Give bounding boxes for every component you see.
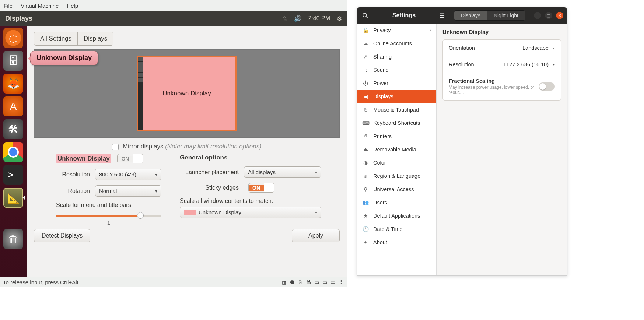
gnome-sidebar: 🔒Privacy›☁Online Accounts↗Sharing♫Sound⏻… [357,24,437,275]
guest-title: Displays [5,15,32,22]
sidebar-label: Region & Language [373,173,420,179]
resolution-label: Resolution [449,61,474,67]
sidebar-item-universal-access[interactable]: ⚲Universal Access [357,183,436,196]
sidebar-item-region-language[interactable]: ⊕Region & Language [357,169,436,183]
sidebar-item-about[interactable]: ✦About [357,236,436,249]
launcher-terminal[interactable]: >_ [3,165,23,185]
sidebar-item-default-applications[interactable]: ★Default Applications [357,209,436,222]
gear-icon[interactable]: ⚙ [337,15,342,22]
minimize-button[interactable]: — [534,12,541,19]
sidebar-item-privacy[interactable]: 🔒Privacy› [357,24,436,37]
chevron-right-icon: › [430,28,431,33]
launcher-files[interactable]: 🗄 [3,51,23,71]
maximize-button[interactable]: ▢ [545,12,552,19]
apply-button[interactable]: Apply [292,229,340,242]
fractional-label: Fractional Scaling [449,78,539,84]
sidebar-icon: ☁ [362,41,369,46]
sidebar-item-date-time[interactable]: 🕘Date & Time [357,222,436,236]
launcher-software[interactable]: A [3,96,23,116]
sidebar-icon: ★ [362,213,369,219]
tray-icon[interactable]: ▭ [313,279,320,285]
vm-statusbar: To release input, press Ctrl+Alt ▦ ⬣ ⎘ 🖶… [0,277,347,287]
sidebar-item-removable-media[interactable]: ⏏Removable Media [357,143,436,156]
tray-icon[interactable]: ⎘ [297,279,304,285]
sidebar-item-sharing[interactable]: ↗Sharing [357,50,436,63]
launcher-settings[interactable]: 🛠 [3,119,23,139]
tray-icon[interactable]: 🖶 [305,279,312,285]
menu-help[interactable]: Help [67,3,78,9]
clock[interactable]: 2:40 PM [308,15,330,22]
launcher-trash[interactable]: 🗑 [3,229,23,249]
display-options-col: Unknown Display ON Resolution 800 x 600 … [56,154,161,222]
menu-virtualmachine[interactable]: Virtual Machine [21,3,59,9]
close-button[interactable]: ✕ [556,12,563,19]
display-preview-label: Unknown Display [162,90,211,97]
detect-displays-button[interactable]: Detect Displays [34,229,90,242]
sidebar-item-mouse-touchpad[interactable]: 🖱Mouse & Touchpad [357,103,436,116]
tray-icon[interactable]: ▭ [329,279,336,285]
network-icon[interactable]: ⇅ [283,15,287,22]
tab-night-light[interactable]: Night Light [487,11,525,20]
resolution-select[interactable]: 800 x 600 (4:3) [95,169,161,180]
sidebar-icon: ♫ [362,67,369,73]
fractional-scaling-toggle[interactable] [539,82,555,91]
sidebar-item-online-accounts[interactable]: ☁Online Accounts [357,37,436,50]
volume-icon[interactable]: 🔊 [294,15,301,22]
launcher-placement-label: Launcher placement [180,169,239,176]
sidebar-icon: ◑ [362,160,369,166]
sidebar-item-power[interactable]: ⏻Power [357,77,436,90]
scale-all-label: Scale all window contents to match: [180,198,321,204]
hamburger-button[interactable]: ☰ [435,7,449,24]
sidebar-item-sound[interactable]: ♫Sound [357,63,436,77]
launcher-firefox[interactable]: 🦊 [3,74,23,94]
mirror-checkbox[interactable] [112,144,119,150]
crumb-all-settings[interactable]: All Settings [34,32,77,45]
tray-icon[interactable]: ▭ [321,279,328,285]
resolution-label: Resolution [56,171,90,178]
resolution-row[interactable]: Resolution 1127 × 686 (16:10) [443,56,561,73]
display-swatch-icon [184,210,196,215]
sidebar-item-users[interactable]: 👥Users [357,196,436,209]
sidebar-label: Users [373,200,387,205]
crumb-displays[interactable]: Displays [77,32,113,45]
general-options-heading: General options [180,154,227,161]
sidebar-label: Removable Media [373,147,416,152]
guest-titlebar: Displays ⇅ 🔊 2:40 PM ⚙ [0,11,347,26]
launcher-dash[interactable]: ◌ [3,28,23,48]
scale-all-select[interactable]: Unknown Display [180,207,321,218]
sidebar-icon: ✦ [362,239,369,245]
scale-slider[interactable]: 1 [56,211,161,222]
orientation-row[interactable]: Orientation Landscape [443,40,561,56]
sticky-edges-toggle[interactable]: ON [248,183,274,193]
sidebar-item-displays[interactable]: ▣Displays [357,90,436,103]
tray-icon[interactable]: ⠿ [337,279,344,285]
sidebar-item-keyboard-shortcuts[interactable]: ⌨Keyboard Shortcuts [357,116,436,130]
sidebar-icon: ⏏ [362,147,369,152]
orientation-value: Landscape [522,45,555,51]
sidebar-item-printers[interactable]: ⎙Printers [357,130,436,143]
guest-desktop: ◌ 🗄 🦊 A 🛠 >_ 📐 🗑 Displays Unknown Displa… [0,26,347,287]
rotation-select[interactable]: Normal [95,185,161,197]
sidebar-icon: 🕘 [362,226,369,232]
sticky-edges-label: Sticky edges [180,184,239,191]
sidebar-label: Keyboard Shortcuts [373,120,420,126]
vm-window: File Virtual Machine Help Displays ⇅ 🔊 2… [0,0,347,287]
sidebar-item-color[interactable]: ◑Color [357,156,436,169]
launcher-screenshot[interactable]: 📐 [3,188,23,208]
scale-value: 1 [107,219,110,226]
general-options-col: General options Launcher placement All d… [180,154,321,222]
sidebar-icon: 🖱 [362,107,369,113]
launcher-chrome[interactable] [3,142,23,162]
display-enabled-toggle[interactable]: ON [117,154,143,163]
display-preview-monitor[interactable]: Unknown Display [137,56,237,131]
menu-file[interactable]: File [4,3,13,9]
sidebar-label: Sharing [373,54,392,60]
tray-icon[interactable]: ⬣ [289,279,295,285]
sidebar-icon: 👥 [362,200,369,205]
search-button[interactable] [357,7,373,24]
mirror-label: Mirror displays [123,143,164,150]
tray-icon[interactable]: ▦ [281,279,287,285]
tab-displays[interactable]: Displays [454,11,487,20]
gnome-settings-window: Settings ☰ Displays Night Light — ▢ ✕ 🔒P… [357,7,567,276]
launcher-placement-select[interactable]: All displays [244,166,321,178]
